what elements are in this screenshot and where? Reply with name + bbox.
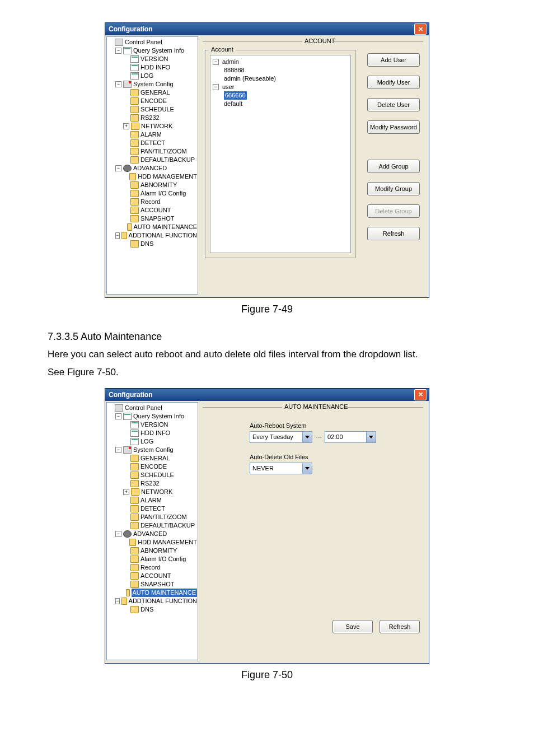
tree-item[interactable]: RS232 [140, 114, 160, 122]
tree-item[interactable]: VERSION [140, 421, 168, 429]
tree-root[interactable]: Control Panel [125, 38, 162, 46]
tree-item[interactable]: GENERAL [140, 454, 170, 463]
tree-item[interactable]: HDD INFO [140, 429, 170, 437]
add-user-button[interactable]: Add User [367, 53, 420, 67]
modify-password-button[interactable]: Modify Password [367, 120, 420, 134]
collapse-icon[interactable]: − [115, 413, 121, 419]
tree-item[interactable]: Query System Info [133, 46, 184, 55]
tree-item[interactable]: ADVANCED [133, 530, 167, 538]
tree-item[interactable]: ADVANCED [133, 164, 167, 172]
titlebar[interactable]: Configuration ✕ [105, 23, 429, 35]
tree-item[interactable]: ALARM [140, 130, 162, 139]
tree-item[interactable]: PAN/TILT/ZOOM [140, 513, 187, 521]
collapse-icon[interactable]: − [213, 59, 219, 65]
chevron-down-icon[interactable] [302, 432, 312, 442]
refresh-button[interactable]: Refresh [367, 227, 420, 240]
tree-item[interactable]: ENCODE [140, 463, 167, 471]
account-node[interactable]: default [224, 100, 242, 108]
account-node[interactable]: 888888 [224, 66, 245, 74]
control-panel-icon [115, 404, 123, 412]
time-separator: --- [316, 433, 322, 440]
reboot-time-combo[interactable]: 02:00 [325, 431, 376, 443]
figure-caption: Figure 7-50 [0, 669, 534, 681]
tree-item[interactable]: Record [140, 198, 160, 206]
chevron-down-icon[interactable] [366, 432, 376, 442]
save-button[interactable]: Save [332, 620, 373, 633]
tree-item[interactable]: SCHEDULE [140, 105, 174, 114]
folder-icon [130, 572, 139, 580]
tree-item[interactable]: HDD MANAGEMENT [138, 538, 197, 547]
collapse-icon[interactable]: − [115, 48, 121, 54]
titlebar[interactable]: Configuration ✕ [105, 389, 429, 401]
account-node[interactable]: admin [222, 58, 239, 66]
collapse-icon[interactable]: − [115, 447, 121, 453]
delete-combo[interactable]: NEVER [250, 463, 312, 474]
close-icon[interactable]: ✕ [414, 24, 427, 35]
tree-item[interactable]: SNAPSHOT [140, 214, 175, 223]
combo-value: NEVER [250, 465, 302, 472]
tree-item-selected[interactable]: AUTO MAINTENANCE [132, 589, 197, 597]
collapse-icon[interactable]: − [115, 232, 120, 239]
tree-item[interactable]: RS232 [140, 479, 160, 488]
tree-item[interactable]: HDD MANAGEMENT [138, 172, 197, 181]
tree-item[interactable]: System Config [133, 80, 174, 88]
folder-icon [130, 198, 139, 206]
tree-item[interactable]: NETWORK [141, 488, 172, 496]
tree-root[interactable]: Control Panel [125, 404, 162, 412]
folder-icon [130, 472, 139, 479]
tree-item[interactable]: LOG [140, 437, 153, 446]
tree-item[interactable]: NETWORK [141, 122, 172, 130]
tree-item[interactable]: ADDTIONAL FUNCTION [129, 597, 197, 605]
tree-item[interactable]: DNS [140, 605, 153, 614]
expand-icon[interactable]: + [123, 123, 129, 129]
tree-item[interactable]: ENCODE [140, 97, 167, 105]
close-icon[interactable]: ✕ [414, 389, 427, 400]
modify-group-button[interactable]: Modify Group [367, 182, 420, 195]
tool-icon [123, 81, 132, 88]
reboot-day-combo[interactable]: Every Tuesday [250, 431, 312, 443]
tree-item[interactable]: HDD INFO [140, 63, 170, 72]
add-group-button[interactable]: Add Group [367, 160, 420, 173]
tree-item[interactable]: LOG [140, 72, 153, 80]
tree-item[interactable]: ABNORMITY [140, 181, 177, 189]
config-tree[interactable]: Control Panel −Query System Info VERSION… [106, 36, 198, 295]
tree-item[interactable]: Alarm I/O Config [140, 189, 186, 198]
tree-item[interactable]: DETECT [140, 139, 165, 147]
folder-icon [130, 114, 139, 122]
collapse-icon[interactable]: − [115, 531, 121, 537]
tree-item[interactable]: ABNORMITY [140, 547, 177, 555]
account-node-selected[interactable]: 666666 [224, 91, 247, 100]
tree-item[interactable]: ADDTIONAL FUNCTION [129, 231, 197, 240]
tree-item[interactable]: SNAPSHOT [140, 580, 175, 589]
tree-item[interactable]: VERSION [140, 55, 168, 63]
config-tree[interactable]: Control Panel −Query System Info VERSION… [106, 402, 198, 660]
config-window-account: Configuration ✕ Control Panel −Query Sys… [105, 22, 429, 298]
modify-user-button[interactable]: Modify User [367, 76, 420, 89]
tree-item[interactable]: DNS [140, 240, 153, 248]
account-node[interactable]: user [222, 83, 234, 91]
delete-user-button[interactable]: Delete User [367, 98, 420, 111]
tree-item[interactable]: SCHEDULE [140, 471, 174, 479]
tree-item[interactable]: DETECT [140, 505, 165, 513]
collapse-icon[interactable]: − [115, 165, 121, 171]
tree-item[interactable]: GENERAL [140, 88, 170, 97]
tree-item[interactable]: ALARM [140, 496, 162, 505]
tree-item[interactable]: Query System Info [133, 412, 184, 421]
tree-item[interactable]: DEFAULT/BACKUP [140, 521, 195, 530]
account-node[interactable]: admin (Reuseable) [224, 74, 276, 83]
tree-item[interactable]: System Config [133, 446, 174, 454]
tree-item[interactable]: DEFAULT/BACKUP [140, 156, 195, 164]
tree-item[interactable]: ACCOUNT [140, 206, 171, 214]
refresh-button[interactable]: Refresh [380, 620, 420, 633]
collapse-icon[interactable]: − [115, 81, 121, 87]
tree-item[interactable]: Record [140, 563, 160, 572]
expand-icon[interactable]: + [123, 489, 129, 495]
collapse-icon[interactable]: − [115, 598, 120, 604]
tree-item[interactable]: Alarm I/O Config [140, 555, 186, 563]
account-tree[interactable]: −admin 888888 admin (Reuseable) −user 66… [210, 55, 351, 253]
collapse-icon[interactable]: − [213, 84, 219, 90]
tree-item[interactable]: PAN/TILT/ZOOM [140, 147, 187, 156]
tree-item[interactable]: AUTO MAINTENANCE [134, 223, 197, 231]
tree-item[interactable]: ACCOUNT [140, 572, 171, 580]
chevron-down-icon[interactable] [302, 463, 312, 474]
